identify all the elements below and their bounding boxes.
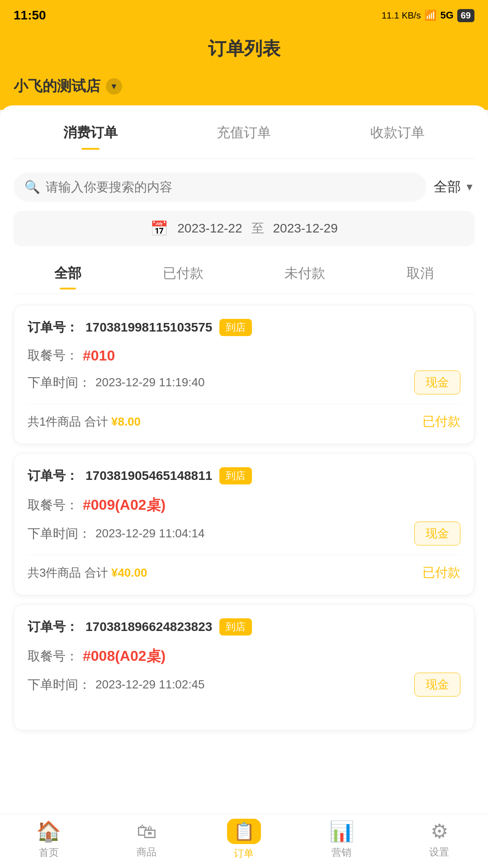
signal-icon: 📶 xyxy=(424,9,436,21)
order-number-label-3: 订单号： xyxy=(28,618,78,636)
date-range-row[interactable]: 📅 2023-12-22 至 2023-12-29 xyxy=(14,211,474,246)
time-row-1: 下单时间： 2023-12-29 11:19:40 现金 xyxy=(28,370,460,394)
nav-settings-label: 设置 xyxy=(429,845,449,859)
order-header-2: 订单号： 170381905465148811 到店 xyxy=(28,467,460,484)
order-number-value-2: 170381905465148811 xyxy=(85,469,212,483)
date-separator: 至 xyxy=(251,220,264,237)
status-filter-bar: 全部 已付款 未付款 取消 xyxy=(14,255,474,294)
order-time-3: 2023-12-29 11:02:45 xyxy=(95,678,204,692)
filter-button[interactable]: 全部 ▼ xyxy=(434,178,474,196)
order-footer-2: 共3件商品 合计 ¥40.00 已付款 xyxy=(28,555,460,581)
page-header: 订单列表 xyxy=(0,27,488,72)
battery-indicator: 69 xyxy=(457,9,474,22)
order-status-2: 已付款 xyxy=(422,564,460,581)
pickup-row-1: 取餐号： #010 xyxy=(28,347,460,364)
store-name: 小飞的测试店 xyxy=(14,76,100,96)
nav-home[interactable]: 🏠 首页 xyxy=(0,820,98,859)
time-label-3: 下单时间： xyxy=(28,676,91,693)
order-tag-2: 到店 xyxy=(219,467,252,484)
pickup-label-2: 取餐号： xyxy=(28,497,78,514)
order-number-label-1: 订单号： xyxy=(28,319,78,336)
pickup-row-3: 取餐号： #008(A02桌) xyxy=(28,646,460,666)
main-content: 消费订单 充值订单 收款订单 🔍 全部 ▼ 📅 2023-12-22 至 202… xyxy=(0,105,488,829)
order-number-value-3: 170381896624823823 xyxy=(85,620,212,634)
nav-orders[interactable]: 📋 订单 xyxy=(195,819,293,860)
speed-indicator: 11.1 KB/s xyxy=(382,10,421,21)
nav-products[interactable]: 🛍 商品 xyxy=(98,820,195,859)
pickup-number-2: #009(A02桌) xyxy=(83,495,166,515)
signal-5g: 5G xyxy=(440,9,453,21)
page-title: 订单列表 xyxy=(0,36,488,61)
order-list: 订单号： 170381998115103575 到店 取餐号： #010 下单时… xyxy=(14,305,474,730)
calendar-icon: 📅 xyxy=(150,220,168,237)
pickup-row-2: 取餐号： #009(A02桌) xyxy=(28,495,460,515)
payment-method-3: 现金 xyxy=(414,673,460,697)
order-number-value-1: 170381998115103575 xyxy=(85,320,212,335)
status-icons: 11.1 KB/s 📶 5G 69 xyxy=(382,9,474,22)
filter-cancelled[interactable]: 取消 xyxy=(407,264,434,289)
order-summary-1: 共1件商品 合计 ¥8.00 xyxy=(28,414,141,430)
order-tag-1: 到店 xyxy=(219,319,252,336)
products-icon: 🛍 xyxy=(137,820,156,843)
order-footer-1: 共1件商品 合计 ¥8.00 已付款 xyxy=(28,403,460,430)
pickup-number-1: #010 xyxy=(83,347,115,364)
order-total-1: ¥8.00 xyxy=(111,415,141,428)
store-selector[interactable]: 小飞的测试店 ▼ xyxy=(0,72,488,110)
order-card-3[interactable]: 订单号： 170381896624823823 到店 取餐号： #008(A02… xyxy=(14,604,474,730)
date-end: 2023-12-29 xyxy=(273,221,338,236)
tab-consume[interactable]: 消费订单 xyxy=(63,123,118,149)
filter-label: 全部 xyxy=(434,178,461,196)
pickup-label-1: 取餐号： xyxy=(28,347,78,364)
order-header-3: 订单号： 170381896624823823 到店 xyxy=(28,618,460,636)
filter-arrow-icon: ▼ xyxy=(464,181,474,193)
date-start: 2023-12-22 xyxy=(177,221,242,236)
order-card-1[interactable]: 订单号： 170381998115103575 到店 取餐号： #010 下单时… xyxy=(14,305,474,444)
time-row-3: 下单时间： 2023-12-29 11:02:45 现金 xyxy=(28,673,460,697)
settings-icon: ⚙ xyxy=(431,820,448,843)
home-icon: 🏠 xyxy=(36,820,61,843)
search-input[interactable] xyxy=(46,180,416,194)
time-label-1: 下单时间： xyxy=(28,374,91,391)
order-summary-2: 共3件商品 合计 ¥40.00 xyxy=(28,565,147,581)
order-header-1: 订单号： 170381998115103575 到店 xyxy=(28,319,460,336)
tab-recharge[interactable]: 充值订单 xyxy=(217,123,271,149)
status-time: 11:50 xyxy=(14,8,46,23)
time-label-2: 下单时间： xyxy=(28,525,91,542)
nav-settings[interactable]: ⚙ 设置 xyxy=(390,820,488,859)
filter-all[interactable]: 全部 xyxy=(54,264,81,289)
filter-unpaid[interactable]: 未付款 xyxy=(284,264,325,289)
pickup-label-3: 取餐号： xyxy=(28,648,78,665)
search-box[interactable]: 🔍 xyxy=(14,172,426,202)
nav-orders-label: 订单 xyxy=(234,847,254,860)
bottom-navigation: 🏠 首页 🛍 商品 📋 订单 📊 营销 ⚙ 设置 xyxy=(0,814,488,868)
nav-marketing-label: 营销 xyxy=(332,846,351,859)
order-type-tabs: 消费订单 充值订单 收款订单 xyxy=(14,105,474,159)
order-status-1: 已付款 xyxy=(422,413,460,430)
nav-marketing[interactable]: 📊 营销 xyxy=(293,820,390,859)
order-tag-3: 到店 xyxy=(219,618,252,636)
tab-payment[interactable]: 收款订单 xyxy=(370,123,425,149)
status-bar: 11:50 11.1 KB/s 📶 5G 69 xyxy=(0,0,488,27)
order-time-2: 2023-12-29 11:04:14 xyxy=(95,526,204,541)
nav-home-label: 首页 xyxy=(39,846,59,859)
payment-method-2: 现金 xyxy=(414,522,460,545)
search-icon: 🔍 xyxy=(24,180,40,194)
search-row: 🔍 全部 ▼ xyxy=(14,172,474,202)
marketing-icon: 📊 xyxy=(329,820,354,843)
order-card-2[interactable]: 订单号： 170381905465148811 到店 取餐号： #009(A02… xyxy=(14,453,474,595)
order-total-2: ¥40.00 xyxy=(111,566,147,579)
time-row-2: 下单时间： 2023-12-29 11:04:14 现金 xyxy=(28,522,460,545)
store-dropdown-icon[interactable]: ▼ xyxy=(106,78,122,95)
order-number-label-2: 订单号： xyxy=(28,467,78,484)
order-time-1: 2023-12-29 11:19:40 xyxy=(95,375,204,389)
filter-paid[interactable]: 已付款 xyxy=(163,264,204,289)
orders-icon: 📋 xyxy=(227,819,261,844)
pickup-number-3: #008(A02桌) xyxy=(83,646,166,666)
nav-products-label: 商品 xyxy=(137,845,156,859)
payment-method-1: 现金 xyxy=(414,370,460,394)
